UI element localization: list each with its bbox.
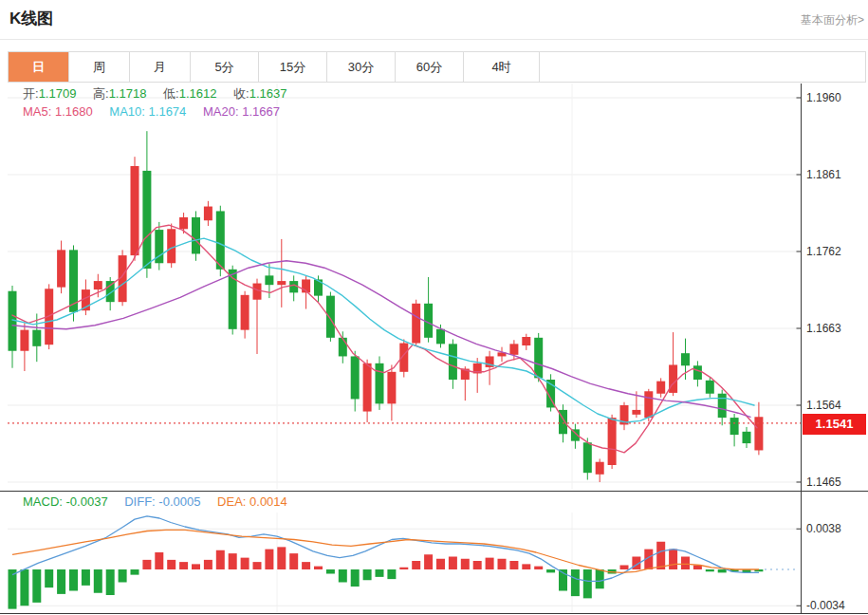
- price-tick-5: 1.1564: [806, 399, 841, 412]
- open-label: 开:: [23, 86, 39, 101]
- low-value: 1.1612: [179, 86, 217, 101]
- price-tick-2: 1.1861: [806, 168, 841, 181]
- kline-app: K线图 基本面分析> 日 周 月 5分 15分 30分 60分 4时 开:1.1…: [0, 0, 868, 615]
- high-value: 1.1718: [109, 86, 147, 101]
- open-value: 1.1709: [39, 86, 77, 101]
- macd-tick-2: -0.0034: [806, 599, 845, 612]
- ma20-label: MA20: 1.1667: [203, 104, 280, 119]
- price-tick-6: 1.1465: [806, 475, 841, 489]
- low-label: 低:: [163, 86, 179, 101]
- price-tick-3: 1.1762: [806, 245, 841, 258]
- price-tick-4: 1.1663: [806, 322, 841, 335]
- last-price-tag: 1.1541: [803, 414, 866, 435]
- macd-tick-1: 0.0038: [806, 522, 841, 535]
- macd-legend: MACD: -0.0037 DIFF: -0.0005 DEA: 0.0014: [23, 494, 287, 509]
- close-value: 1.1637: [249, 86, 287, 101]
- price-tick-1: 1.1960: [806, 91, 841, 104]
- ma5-label: MA5: 1.1680: [23, 104, 93, 119]
- ma-legend: MA5: 1.1680 MA10: 1.1674 MA20: 1.1667: [23, 104, 280, 119]
- ma10-label: MA10: 1.1674: [109, 104, 186, 119]
- close-label: 收:: [233, 86, 249, 101]
- high-label: 高:: [93, 86, 109, 101]
- diff-value-label: DIFF: -0.0005: [124, 494, 200, 509]
- ohlc-legend: 开:1.1709 高:1.1718 低:1.1612 收:1.1637: [23, 85, 286, 102]
- macd-value-label: MACD: -0.0037: [23, 494, 108, 509]
- dea-value-label: DEA: 0.0014: [217, 494, 287, 509]
